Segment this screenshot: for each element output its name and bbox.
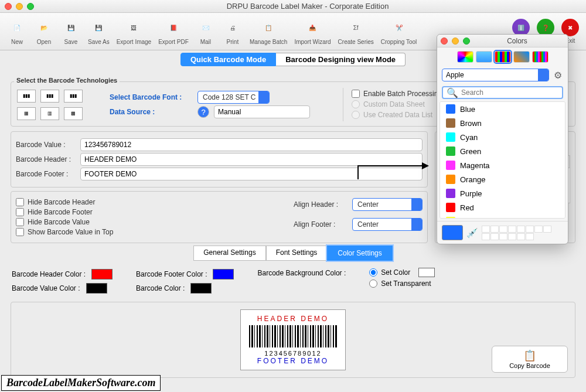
barcode-color-label: Barcode Color : — [136, 284, 185, 292]
toolbar-createseries[interactable]: ΣfCreate Series — [335, 18, 377, 45]
cp-wheel-tab[interactable] — [457, 51, 473, 63]
cp-item-brown[interactable]: Brown — [440, 116, 565, 130]
cp-item-purple[interactable]: Purple — [440, 186, 565, 200]
header-color-swatch[interactable] — [91, 269, 113, 279]
toolbar-save[interactable]: 💾Save — [57, 18, 84, 45]
barcode-font-combo[interactable]: Code 128 SET C — [197, 91, 270, 104]
color-swatch-icon — [446, 217, 455, 219]
show-value-top-checkbox[interactable]: Show Barcode Value in Top — [16, 228, 294, 236]
cp-item-yellow[interactable]: Yellow — [440, 214, 565, 219]
section-legend: Select the Barcode Technologies — [14, 77, 120, 84]
watermark: BarcodeLabelMakerSoftware.com — [1, 375, 161, 391]
tech-icon[interactable]: ▥ — [40, 107, 59, 120]
barcode-preview: HEADER DEMO 123456789012 FOOTER DEMO 📋 C… — [11, 302, 575, 378]
exportimg-icon: 🖼 — [124, 18, 144, 38]
color-swatch-icon — [446, 104, 455, 114]
cp-min[interactable] — [452, 38, 459, 45]
cp-sliders-tab[interactable] — [476, 51, 492, 63]
tech-icon[interactable]: ▮▮▮ — [64, 90, 83, 103]
cp-palette-tab[interactable] — [495, 51, 511, 63]
toolbar-print[interactable]: 🖨Print — [219, 18, 246, 45]
hide-footer-checkbox[interactable]: Hide Barcode Footer — [16, 208, 294, 216]
tab-design-mode[interactable]: Barcode Designing view Mode — [276, 53, 406, 66]
minimize-window[interactable] — [16, 3, 23, 10]
cp-current-swatch[interactable] — [442, 225, 463, 240]
preview-value: 123456789012 — [249, 350, 337, 357]
tech-icon[interactable]: ▮▮▮ — [40, 90, 59, 103]
header-color-label: Barcode Header Color : — [12, 270, 86, 278]
toolbar-new[interactable]: 📄New — [4, 18, 30, 45]
traffic-lights — [5, 3, 34, 10]
barcode-value-input[interactable] — [80, 138, 423, 151]
barcode-footer-input[interactable] — [80, 168, 423, 180]
tech-icon[interactable]: ▦ — [17, 107, 36, 120]
tab-color-settings[interactable]: Color Settings — [327, 246, 392, 261]
toolbar-saveas[interactable]: 💾Save As — [84, 18, 113, 45]
barcode-tech-icons[interactable]: ▮▮▮ ▮▮▮ ▮▮▮ ▦ ▥ ▩ — [17, 90, 99, 120]
cp-list-combo[interactable]: Apple — [442, 69, 549, 81]
close-window[interactable] — [5, 3, 12, 10]
settings-tabs: General Settings Font Settings Color Set… — [0, 246, 586, 261]
tech-icon[interactable]: ▮▮▮ — [17, 90, 36, 103]
copy-barcode-button[interactable]: 📋 Copy Barcode — [492, 346, 568, 373]
cropping-icon: ✂️ — [389, 18, 409, 38]
toolbar-importwiz[interactable]: 📥Import Wizard — [291, 18, 334, 45]
cp-item-cyan[interactable]: Cyan — [440, 130, 565, 144]
cp-image-tab[interactable] — [513, 51, 530, 63]
barcode-color-swatch[interactable] — [190, 283, 212, 294]
tech-icon[interactable]: ▩ — [64, 107, 83, 120]
cp-search[interactable]: 🔍 — [442, 86, 563, 99]
cp-item-green[interactable]: Green — [440, 144, 565, 158]
cp-recent-cells[interactable] — [482, 226, 552, 240]
bv-label: Barcode Value : — [16, 141, 80, 149]
toolbar-managebatch[interactable]: 📋Manage Batch — [246, 18, 291, 45]
toolbar-mail[interactable]: ✉️Mail — [192, 18, 219, 45]
set-color-radio[interactable]: Set Color — [369, 268, 435, 277]
cp-search-input[interactable] — [461, 88, 558, 97]
toolbar-exportpdf[interactable]: 📕Export PDF — [155, 18, 192, 45]
align-footer-combo[interactable]: Center — [352, 218, 423, 231]
cp-item-red[interactable]: Red — [440, 200, 565, 214]
tab-font-settings[interactable]: Font Settings — [266, 246, 328, 261]
cp-item-orange[interactable]: Orange — [440, 172, 565, 186]
tab-general-settings[interactable]: General Settings — [193, 246, 265, 261]
toolbar-exportimg[interactable]: 🖼Export Image — [113, 18, 155, 45]
print-icon: 🖨 — [223, 18, 243, 38]
importwiz-icon: 📥 — [302, 18, 322, 38]
bf-label: Barcode Footer : — [16, 170, 80, 178]
color-swatch-icon — [446, 161, 455, 170]
use-created-radio: Use Created Data List — [352, 111, 442, 119]
cp-item-magenta[interactable]: Magenta — [440, 158, 565, 172]
bh-label: Barcode Header : — [16, 155, 80, 163]
gear-icon[interactable]: ⚙ — [553, 70, 563, 80]
mail-icon: ✉️ — [196, 18, 216, 38]
font-label: Select Barcode Font : — [110, 93, 197, 101]
exportpdf-icon: 📕 — [163, 18, 183, 38]
eyedropper-icon[interactable]: 💉 — [466, 227, 478, 238]
help-icon[interactable]: ? — [197, 106, 209, 118]
toolbar-cropping[interactable]: ✂️Cropping Tool — [377, 18, 421, 45]
cp-pencils-tab[interactable] — [532, 51, 548, 63]
zoom-window[interactable] — [27, 3, 34, 10]
footer-color-swatch[interactable] — [213, 269, 234, 279]
cp-item-blue[interactable]: Blue — [440, 102, 565, 116]
data-source-input[interactable] — [214, 105, 310, 118]
footer-color-label: Barcode Footer Color : — [136, 270, 207, 278]
cp-zoom[interactable] — [463, 38, 470, 45]
cp-color-list[interactable]: BlueBrownCyanGreenMagentaOrangePurpleRed… — [440, 101, 565, 219]
set-transparent-radio[interactable]: Set Transparent — [369, 279, 435, 288]
color-swatch-icon — [446, 118, 455, 128]
bg-color-swatch[interactable] — [418, 268, 435, 277]
barcode-header-input[interactable] — [80, 153, 423, 166]
copy-icon: 📋 — [523, 349, 536, 362]
enable-batch-checkbox[interactable]: Enable Batch Processing — [352, 90, 442, 98]
toolbar-open[interactable]: 📂Open — [30, 18, 57, 45]
cp-close[interactable] — [441, 38, 448, 45]
align-header-combo[interactable]: Center — [352, 198, 423, 211]
hide-value-checkbox[interactable]: Hide Barcode Value — [16, 218, 294, 226]
preview-bars — [249, 325, 337, 347]
value-color-swatch[interactable] — [86, 283, 107, 294]
tab-quick-mode[interactable]: Quick Barcode Mode — [180, 53, 276, 66]
hide-header-checkbox[interactable]: Hide Barcode Header — [16, 198, 294, 206]
preview-header: HEADER DEMO — [249, 315, 337, 323]
